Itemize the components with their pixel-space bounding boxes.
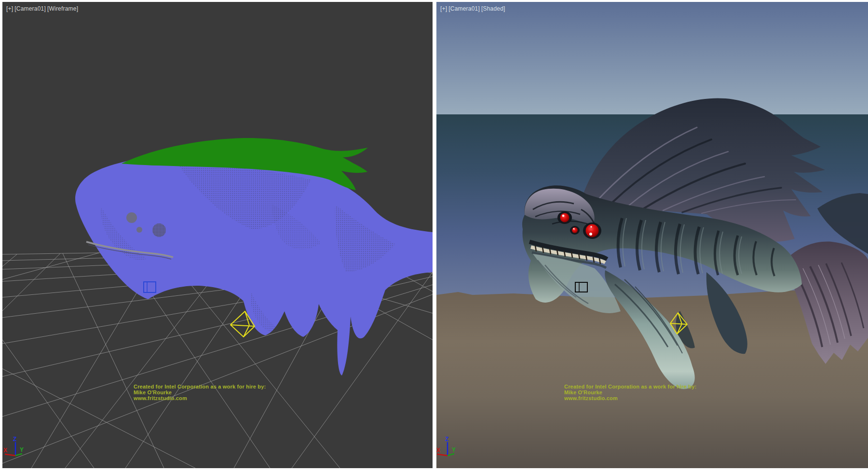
sky-background <box>436 2 868 114</box>
fish-eye-spot <box>126 212 137 223</box>
axis-y-label: Y <box>452 446 456 453</box>
viewport-label: [+][Camera01][Wireframe] <box>6 5 80 12</box>
red-eye-large <box>586 224 599 237</box>
viewport-shaded[interactable]: Z X Y [+][Camera01][Shaded] Created for … <box>436 2 868 468</box>
eye-highlight <box>562 215 565 217</box>
viewport-menu-shading[interactable]: [Wireframe] <box>47 5 78 12</box>
viewport-splitter[interactable] <box>433 0 436 472</box>
viewport-label: [+][Camera01][Shaded] <box>440 5 507 12</box>
axis-x-label: X <box>3 447 7 454</box>
fish-eye-spot-small <box>136 227 142 233</box>
axis-z-label: Z <box>13 436 16 443</box>
dual-viewport-layout: Z X Y [+][Camera01][Wireframe] Created f… <box>0 0 868 472</box>
watermark-line3: www.fritzstudio.com <box>564 395 696 401</box>
eye-highlight <box>590 226 592 227</box>
watermark-line3: www.fritzstudio.com <box>134 395 266 401</box>
viewport-menu-shading[interactable]: [Shaded] <box>481 5 505 12</box>
eye-highlight <box>573 228 575 230</box>
fish-eye-spot-stippled-dots <box>152 223 166 237</box>
red-eye-tiny <box>572 227 578 233</box>
red-eye-small <box>560 213 570 222</box>
watermark-line1: Created for Intel Corporation as a work … <box>564 384 696 389</box>
watermark-text: Created for Intel Corporation as a work … <box>134 384 266 401</box>
watermark-line1: Created for Intel Corporation as a work … <box>134 384 266 389</box>
viewport-menu-general[interactable]: [+] <box>440 5 447 12</box>
watermark-line2: Mike O'Rourke <box>134 389 266 395</box>
viewport-menu-camera[interactable]: [Camera01] <box>14 5 46 12</box>
axis-y-label: Y <box>20 446 24 453</box>
eye-highlight <box>589 233 592 236</box>
axis-x-label: X <box>436 447 440 454</box>
watermark-text: Created for Intel Corporation as a work … <box>564 384 696 401</box>
viewport-menu-camera[interactable]: [Camera01] <box>448 5 480 12</box>
viewport-wireframe[interactable]: Z X Y [+][Camera01][Wireframe] Created f… <box>2 2 433 468</box>
viewport-menu-general[interactable]: [+] <box>6 5 13 12</box>
watermark-line2: Mike O'Rourke <box>564 389 696 395</box>
axis-z-label: Z <box>445 436 448 443</box>
